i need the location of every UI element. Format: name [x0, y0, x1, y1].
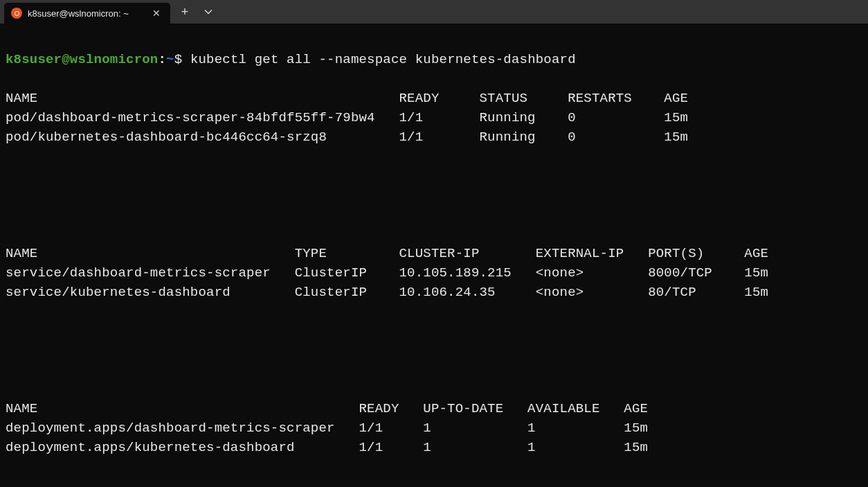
table-header: NAME READY STATUS RESTARTS AGE: [6, 89, 862, 108]
table-header: NAME READY UP-TO-DATE AVAILABLE AGE: [6, 399, 862, 418]
table-row: deployment.apps/dashboard-metrics-scrape…: [6, 418, 862, 438]
table-row: service/dashboard-metrics-scraper Cluste…: [6, 263, 862, 283]
prompt-path: ~: [166, 52, 174, 67]
output-deployments-table: NAME READY UP-TO-DATE AVAILABLE AGE depl…: [6, 399, 862, 457]
close-icon[interactable]: ✕: [150, 7, 163, 19]
new-tab-button[interactable]: +: [173, 0, 197, 24]
ubuntu-icon: [11, 8, 22, 19]
tab-active[interactable]: k8suser@wslnomicron: ~ ✕: [4, 3, 170, 24]
tab-title: k8suser@wslnomicron: ~: [28, 8, 144, 19]
output-pods-table: NAME READY STATUS RESTARTS AGE pod/dashb…: [6, 89, 862, 147]
command-text: kubectl get all --namespace kubernetes-d…: [190, 52, 576, 67]
table-row: pod/kubernetes-dashboard-bc446cc64-srzq8…: [6, 127, 862, 147]
terminal-viewport[interactable]: k8suser@wslnomicron:~$ kubectl get all -…: [0, 24, 868, 487]
prompt-symbol: $: [174, 52, 183, 67]
table-header: NAME TYPE CLUSTER-IP EXTERNAL-IP PORT(S)…: [6, 244, 862, 263]
table-row: pod/dashboard-metrics-scraper-84bfdf55ff…: [6, 108, 862, 127]
table-row: service/kubernetes-dashboard ClusterIP 1…: [6, 283, 862, 302]
output-services-table: NAME TYPE CLUSTER-IP EXTERNAL-IP PORT(S)…: [6, 244, 862, 302]
title-bar: k8suser@wslnomicron: ~ ✕ +: [0, 0, 868, 24]
chevron-down-icon: [204, 8, 213, 16]
table-row: deployment.apps/kubernetes-dashboard 1/1…: [6, 438, 862, 457]
tab-dropdown-button[interactable]: [197, 0, 220, 24]
prompt-line-1: k8suser@wslnomicron:~$ kubectl get all -…: [6, 50, 862, 69]
prompt-user-host: k8suser@wslnomicron: [6, 52, 158, 67]
